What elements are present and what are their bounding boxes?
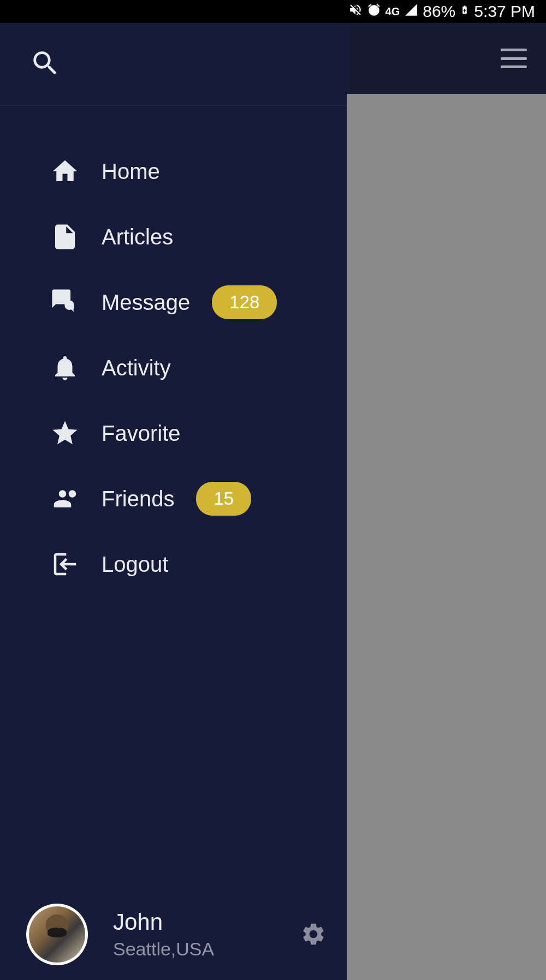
app-screen: Home Articles Message 128 Activity [0,23,546,980]
profile-location: Seattle,USA [113,939,300,960]
nav-drawer: Home Articles Message 128 Activity [0,23,347,980]
message-badge: 128 [212,285,277,319]
menu-label: Friends [102,487,174,511]
profile-row[interactable]: John Seattle,USA [0,888,347,980]
battery-icon [460,2,470,21]
gear-icon[interactable] [300,921,327,947]
drawer-header [0,23,347,106]
battery-pct: 86% [423,2,455,21]
menu-item-favorite[interactable]: Favorite [0,401,347,466]
menu-label: Home [102,159,160,184]
hamburger-icon[interactable] [501,49,527,68]
star-icon [50,419,80,448]
status-icons: 4G 86% 5:37 PM [348,2,535,21]
profile-name: John [113,909,300,935]
alarm-icon [367,2,381,21]
menu-label: Message [102,290,190,315]
avatar[interactable] [26,904,88,965]
menu-label: Favorite [102,421,181,446]
menu-item-activity[interactable]: Activity [0,335,347,401]
home-icon [50,157,80,186]
menu-label: Logout [102,552,168,577]
network-icon: 4G [385,5,400,18]
logout-icon [50,549,80,579]
signal-icon [404,2,418,21]
menu-label: Activity [102,356,171,380]
friends-badge: 15 [196,482,251,516]
menu-item-message[interactable]: Message 128 [0,270,347,335]
clock-time: 5:37 PM [474,2,535,21]
chat-icon [50,288,80,317]
mute-icon [348,2,363,21]
menu-item-home[interactable]: Home [0,139,347,204]
menu-label: Articles [102,225,173,249]
bell-icon [50,353,80,383]
menu-list: Home Articles Message 128 Activity [0,106,347,888]
people-icon [50,484,80,513]
document-icon [50,222,80,252]
menu-item-logout[interactable]: Logout [0,531,347,597]
menu-item-friends[interactable]: Friends 15 [0,466,347,531]
status-bar: 4G 86% 5:37 PM [0,0,546,23]
profile-text: John Seattle,USA [113,909,300,960]
search-icon[interactable] [29,47,61,81]
menu-item-articles[interactable]: Articles [0,204,347,270]
